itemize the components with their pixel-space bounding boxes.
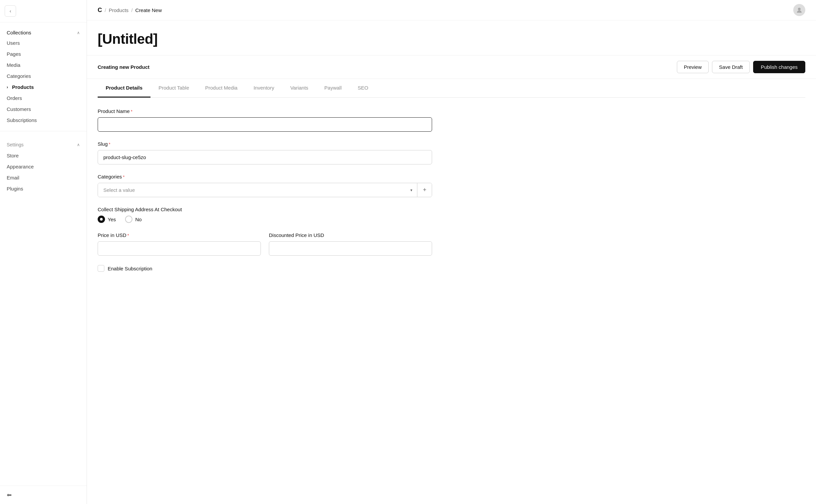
sidebar-item-label-categories: Categories xyxy=(7,73,31,79)
categories-group: Categories* Select a value ▾ + xyxy=(98,174,432,197)
sidebar-item-label-users: Users xyxy=(7,40,20,46)
svg-point-0 xyxy=(798,8,801,10)
product-name-label: Product Name* xyxy=(98,108,432,114)
tab-product-details[interactable]: Product Details xyxy=(98,79,150,98)
logout-button[interactable]: ⬅ xyxy=(7,491,12,499)
sidebar-item-label-media: Media xyxy=(7,62,20,68)
sidebar-item-subscriptions[interactable]: Subscriptions xyxy=(0,115,87,126)
sidebar-item-products[interactable]: › Products xyxy=(0,82,87,93)
sidebar-item-users[interactable]: Users xyxy=(0,37,87,48)
radio-no-circle[interactable] xyxy=(125,216,132,223)
slug-label: Slug* xyxy=(98,141,432,147)
sidebar-item-orders[interactable]: Orders xyxy=(0,93,87,104)
enable-subscription-label: Enable Subscription xyxy=(108,266,152,271)
radio-yes[interactable]: Yes xyxy=(98,216,116,223)
shipping-label: Collect Shipping Address At Checkout xyxy=(98,207,432,212)
radio-yes-label: Yes xyxy=(108,217,116,222)
collections-chevron-icon: ∧ xyxy=(77,30,80,35)
sidebar-collapse-button[interactable]: ‹ xyxy=(5,5,16,17)
creating-label: Creating new Product xyxy=(98,64,149,70)
page-title: [Untitled] xyxy=(98,31,805,47)
breadcrumb-sep-2: / xyxy=(131,7,132,13)
user-avatar-button[interactable] xyxy=(793,4,805,16)
price-label: Price in USD* xyxy=(98,232,261,238)
categories-select-wrapper: Select a value ▾ + xyxy=(98,183,432,197)
radio-no[interactable]: No xyxy=(125,216,141,223)
preview-button[interactable]: Preview xyxy=(677,61,709,73)
sidebar-divider xyxy=(0,131,87,131)
action-bar: Creating new Product Preview Save Draft … xyxy=(87,55,816,79)
sidebar-item-label-store: Store xyxy=(7,153,19,158)
product-name-group: Product Name* xyxy=(98,108,432,132)
collections-title: Collections xyxy=(7,30,31,35)
tab-variants[interactable]: Variants xyxy=(282,79,316,98)
breadcrumb-sep-1: / xyxy=(105,7,106,13)
publish-button[interactable]: Publish changes xyxy=(753,61,805,73)
sidebar-item-label-plugins: Plugins xyxy=(7,186,23,192)
sidebar-item-pages[interactable]: Pages xyxy=(0,48,87,59)
product-details-form: Product Name* Slug* Categories* Select a xyxy=(98,108,432,272)
sidebar-bottom: ⬅ xyxy=(0,486,87,504)
subscription-group: Enable Subscription xyxy=(98,265,432,272)
shipping-group: Collect Shipping Address At Checkout Yes… xyxy=(98,207,432,223)
main-content: C / Products / Create New [Untitled] Cre… xyxy=(87,0,816,504)
enable-subscription-option[interactable]: Enable Subscription xyxy=(98,265,432,272)
sidebar-item-label-customers: Customers xyxy=(7,106,31,112)
radio-no-label: No xyxy=(135,217,141,222)
sidebar-item-label-products: Products xyxy=(12,84,34,90)
sidebar-item-customers[interactable]: Customers xyxy=(0,104,87,115)
collections-header[interactable]: Collections ∧ xyxy=(0,28,87,37)
slug-group: Slug* xyxy=(98,141,432,164)
settings-header[interactable]: Settings ∧ xyxy=(0,139,87,150)
categories-select[interactable]: Select a value xyxy=(98,183,406,197)
tab-product-table[interactable]: Product Table xyxy=(150,79,197,98)
breadcrumb-current: Create New xyxy=(135,7,162,13)
discounted-price-label: Discounted Price in USD xyxy=(269,232,432,238)
tabs: Product Details Product Table Product Me… xyxy=(98,79,805,98)
enable-subscription-checkbox[interactable] xyxy=(98,265,104,272)
tab-inventory[interactable]: Inventory xyxy=(245,79,282,98)
settings-title: Settings xyxy=(7,142,24,147)
sidebar-item-plugins[interactable]: Plugins xyxy=(0,183,87,194)
sidebar-item-store[interactable]: Store xyxy=(0,150,87,161)
sidebar: ‹ Collections ∧ Users Pages Media Catego… xyxy=(0,0,87,504)
logo: C xyxy=(98,7,102,14)
product-name-input[interactable] xyxy=(98,117,432,132)
content-area: Product Details Product Table Product Me… xyxy=(87,79,816,504)
breadcrumb-products[interactable]: Products xyxy=(109,7,128,13)
sidebar-item-label-pages: Pages xyxy=(7,51,21,57)
sidebar-item-label-appearance: Appearance xyxy=(7,164,34,169)
categories-chevron-icon: ▾ xyxy=(406,183,417,197)
price-row: Price in USD* Discounted Price in USD xyxy=(98,232,432,256)
avatar-icon xyxy=(796,7,803,13)
slug-input[interactable] xyxy=(98,150,432,164)
radio-yes-circle[interactable] xyxy=(98,216,105,223)
tab-seo[interactable]: SEO xyxy=(350,79,377,98)
sidebar-item-appearance[interactable]: Appearance xyxy=(0,161,87,172)
sidebar-collections-section: Collections ∧ Users Pages Media Categori… xyxy=(0,22,87,128)
action-buttons: Preview Save Draft Publish changes xyxy=(677,61,805,73)
price-input[interactable] xyxy=(98,241,261,256)
tab-paywall[interactable]: Paywall xyxy=(316,79,350,98)
page-title-area: [Untitled] xyxy=(87,20,816,55)
sidebar-item-media[interactable]: Media xyxy=(0,59,87,71)
sidebar-item-label-subscriptions: Subscriptions xyxy=(7,117,37,123)
products-expand-icon: › xyxy=(7,85,8,90)
shipping-radio-group: Yes No xyxy=(98,216,432,223)
tab-product-media[interactable]: Product Media xyxy=(197,79,245,98)
sidebar-settings-section: Settings ∧ Store Appearance Email Plugin… xyxy=(0,134,87,197)
categories-add-button[interactable]: + xyxy=(417,183,432,197)
categories-label: Categories* xyxy=(98,174,432,179)
sidebar-item-email[interactable]: Email xyxy=(0,172,87,183)
sidebar-item-label-orders: Orders xyxy=(7,95,22,101)
price-group: Price in USD* xyxy=(98,232,261,256)
discounted-price-input[interactable] xyxy=(269,241,432,256)
sidebar-item-label-email: Email xyxy=(7,175,19,180)
save-draft-button[interactable]: Save Draft xyxy=(712,61,750,73)
settings-chevron-icon: ∧ xyxy=(77,142,80,147)
discounted-price-group: Discounted Price in USD xyxy=(269,232,432,256)
sidebar-toggle-area: ‹ xyxy=(0,0,87,22)
topbar: C / Products / Create New xyxy=(87,0,816,20)
sidebar-item-categories[interactable]: Categories xyxy=(0,71,87,82)
breadcrumb: C / Products / Create New xyxy=(98,7,162,14)
